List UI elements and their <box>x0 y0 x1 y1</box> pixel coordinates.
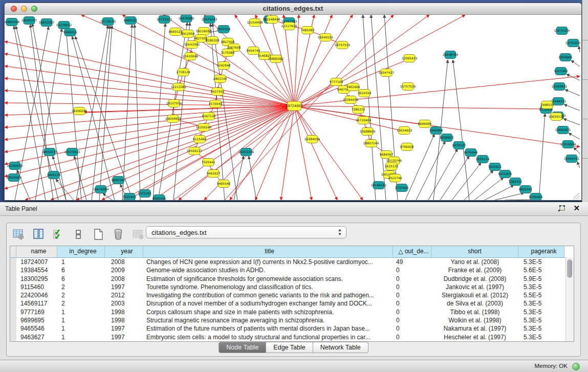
tab-network-table[interactable]: Network Table <box>313 342 368 353</box>
table-selector-dropdown[interactable]: citations_edges.txt ▲▼ <box>146 226 346 238</box>
status-bar: Memory: OK <box>0 360 588 372</box>
table-cell: 0 <box>393 308 431 316</box>
table-cell: 9463627 <box>16 333 57 341</box>
graph-node-label: 9602541 <box>519 187 533 191</box>
graph-node-label: 12065415 <box>402 56 418 60</box>
graph-node-label: 13004503 <box>6 176 22 179</box>
table-cell: 6 <box>57 275 105 283</box>
graph-node-label: 17016504 <box>560 142 576 146</box>
table-cell: 0 <box>393 316 431 324</box>
select-columns-button[interactable] <box>52 228 65 241</box>
node-table: namein_degreeyeartitle△ out_de...shortpa… <box>10 246 574 342</box>
graph-node-label: 12217939 <box>281 24 297 28</box>
table-cell: Investigating the contribution of common… <box>143 291 393 299</box>
column-header-in_degree[interactable]: in_degree <box>57 246 105 257</box>
graph-node-label: 19654903 <box>165 117 181 120</box>
graph-node-label: 2718129 <box>177 70 190 74</box>
network-window-titlebar[interactable]: citations_edges.txt <box>5 3 581 15</box>
table-row[interactable]: 946362711997Embryonic stem cells: a mode… <box>10 333 574 341</box>
column-header-out_de[interactable]: △ out_de... <box>393 246 431 257</box>
citation-edge-black <box>428 149 458 200</box>
graph-node-label: 7525442 <box>123 195 137 199</box>
column-header-year[interactable]: year <box>105 246 143 257</box>
table-row[interactable]: 1872400712008Changes of HCN gene express… <box>10 258 574 266</box>
table-cell: 0 <box>393 266 431 274</box>
graph-node-label: 2522744 <box>388 176 402 180</box>
delete-button[interactable] <box>112 228 125 241</box>
row-gutter <box>10 324 16 333</box>
tab-edge-table[interactable]: Edge Table <box>266 342 313 353</box>
graph-node-label: 2803144 <box>213 77 227 80</box>
graph-node-label: 16720404 <box>356 118 372 122</box>
table-cell: Dudbridge et al. (2008) <box>431 275 518 283</box>
graph-node-label: 9827508 <box>221 40 235 43</box>
column-header-name[interactable]: name <box>16 246 57 257</box>
table-row[interactable]: 946554611997Estimation of the future num… <box>10 324 574 333</box>
citation-edge-red <box>5 78 294 106</box>
new-document-button[interactable] <box>92 228 105 241</box>
table-row[interactable]: 977716911998Corpus callosum shape and si… <box>10 308 574 316</box>
table-row[interactable]: 969969511998Structural magnetic resonanc… <box>10 316 574 324</box>
table-cell: Embryonic stem cells: a model to study s… <box>143 333 393 341</box>
row-gutter <box>10 333 16 341</box>
graph-node-label: 15692971 <box>555 128 571 132</box>
scrollbar-thumb[interactable] <box>567 259 572 278</box>
citation-edge-black <box>565 90 580 96</box>
application-window: citations_edges.txt 20891406140557171065… <box>0 0 588 372</box>
table-panel-body: f(x) citations_edges.txt ▲▼ namein_degre… <box>6 223 581 357</box>
show-columns-button[interactable] <box>32 228 45 241</box>
table-row[interactable]: 2242004622012Investigating the contribut… <box>10 291 574 299</box>
citation-edge-red <box>294 106 363 200</box>
table-cell: 9777169 <box>16 308 57 316</box>
graph-node-label: 9227343 <box>554 69 568 73</box>
graph-node-label: 8660123 <box>169 30 183 33</box>
graph-node-label: 1072241 <box>138 191 152 195</box>
graph-node-label: 12444151 <box>551 99 567 103</box>
graph-node-label: 8236424 <box>529 195 543 199</box>
citation-edge-black <box>464 170 493 200</box>
table-cell: 1997 <box>105 324 143 333</box>
table-cell: 2008 <box>105 258 143 266</box>
table-cell: 5.3E-5 <box>518 333 564 341</box>
graph-node-label: 1065411 <box>509 180 522 183</box>
table-cell: Estimation of significance thresholds fo… <box>143 275 393 283</box>
table-cell: 1 <box>57 316 105 324</box>
table-row[interactable]: 1830029562008Estimation of significance … <box>10 275 574 283</box>
network-canvas[interactable]: 2089140614055717106532871527602294666161… <box>5 15 580 200</box>
float-panel-icon[interactable] <box>557 205 565 213</box>
table-cell: 5.9E-5 <box>518 275 564 283</box>
table-cell: 1997 <box>105 333 143 341</box>
graph-node-label: 7462664 <box>346 85 360 89</box>
graph-node-label: 15276022 <box>56 23 72 27</box>
table-settings-button[interactable] <box>12 228 25 241</box>
row-gutter <box>10 275 16 283</box>
table-row[interactable]: 1456911722003Disruption of a novel membe… <box>10 299 574 308</box>
table-cell: 1998 <box>105 308 143 316</box>
graph-node-label: 10575543 <box>64 150 80 154</box>
citation-edge-red <box>281 106 294 200</box>
graph-node-label: 8454749 <box>247 49 260 52</box>
table-cell: 1 <box>57 258 105 266</box>
column-header-gutter <box>10 246 16 257</box>
table-tabs: Node TableEdge TableNetwork Table <box>7 342 580 353</box>
column-header-pagerank[interactable]: pagerank <box>518 246 564 257</box>
table-row[interactable]: 1938455462009Genome-wide association stu… <box>10 266 574 274</box>
vertical-scrollbar[interactable] <box>565 257 574 341</box>
tab-node-table[interactable]: Node Table <box>219 342 266 353</box>
citation-edge-black <box>74 156 86 200</box>
row-options-button[interactable] <box>72 228 85 241</box>
graph-node-label: 9463627 <box>207 171 221 175</box>
graph-node-label: 16648784 <box>443 53 459 56</box>
table-row[interactable]: 911546021997Tourette syndrome. Phenomeno… <box>10 283 574 291</box>
citation-edge-black <box>99 26 112 200</box>
table-cell: Wolkin et al. (1998) <box>431 316 518 324</box>
column-header-short[interactable]: short <box>431 246 518 257</box>
graph-node-label: 9684067 <box>380 152 394 156</box>
column-header-title[interactable]: title <box>143 246 393 257</box>
graph-node-label: 12254498 <box>247 20 263 24</box>
table-toolbar: f(x) <box>12 227 165 242</box>
table-cell: Changes of HCN gene expression and I(f) … <box>143 258 393 266</box>
citation-edge-black <box>173 23 190 200</box>
close-panel-icon[interactable]: ✕ <box>573 204 580 213</box>
citation-edge-black <box>571 60 580 67</box>
